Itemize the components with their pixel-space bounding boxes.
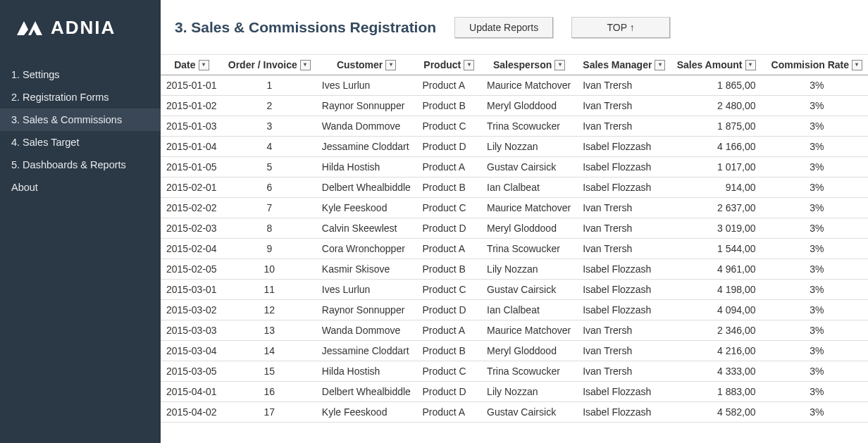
cell-customer: Ives Lurlun <box>316 280 417 300</box>
table-row[interactable]: 2015-03-0515Hilda HostishProduct CTrina … <box>161 361 868 382</box>
column-label-order: Order / Invoice <box>228 59 297 70</box>
sidebar-item-2[interactable]: 3. Sales & Commissions <box>0 108 161 131</box>
cell-amount: 3 019,00 <box>671 218 766 239</box>
table-body: 2015-01-011Ives LurlunProduct AMaurice M… <box>161 75 868 423</box>
table-row[interactable]: 2015-01-055Hilda HostishProduct AGustav … <box>161 157 868 177</box>
filter-dropdown-icon[interactable]: ▾ <box>464 60 474 70</box>
cell-salesperson: Trina Scowucker <box>481 116 577 137</box>
cell-date: 2015-03-02 <box>161 300 223 320</box>
filter-dropdown-icon[interactable]: ▾ <box>199 60 209 70</box>
cell-order: 13 <box>223 320 316 341</box>
cell-rate: 3% <box>766 96 869 116</box>
table-row[interactable]: 2015-04-0116Delbert WhealbiddleProduct D… <box>161 382 868 402</box>
cell-amount: 4 216,00 <box>671 341 766 361</box>
topbar: 3. Sales & Commissions Registration Upda… <box>161 0 868 55</box>
sidebar-item-0[interactable]: 1. Settings <box>0 63 161 86</box>
column-label-customer: Customer <box>337 59 383 70</box>
cell-date: 2015-03-01 <box>161 280 223 300</box>
cell-amount: 4 961,00 <box>671 259 766 280</box>
cell-customer: Delbert Whealbiddle <box>316 177 417 198</box>
cell-order: 4 <box>223 137 316 157</box>
update-reports-button[interactable]: Update Reports <box>454 17 553 38</box>
cell-order: 1 <box>223 75 316 96</box>
table-row[interactable]: 2015-02-049Cora WronchopperProduct ATrin… <box>161 239 868 259</box>
cell-product: Product A <box>416 239 481 259</box>
table-row[interactable]: 2015-02-016Delbert WhealbiddleProduct BI… <box>161 177 868 198</box>
table-row[interactable]: 2015-03-0313Wanda DommoveProduct AMauric… <box>161 320 868 341</box>
cell-rate: 3% <box>766 320 869 341</box>
table-row[interactable]: 2015-02-027Kyle FeeskoodProduct CMaurice… <box>161 198 868 218</box>
sidebar-item-1[interactable]: 2. Registration Forms <box>0 86 161 108</box>
cell-order: 3 <box>223 116 316 137</box>
cell-salesperson: Meryl Gloddood <box>481 341 577 361</box>
cell-amount: 4 582,00 <box>671 402 766 423</box>
cell-salesperson: Meryl Gloddood <box>481 96 577 116</box>
filter-dropdown-icon[interactable]: ▾ <box>852 60 862 70</box>
column-header-product: Product▾ <box>416 55 481 75</box>
sidebar-item-4[interactable]: 5. Dashboards & Reports <box>0 154 161 176</box>
cell-salesperson: Lily Nozzan <box>481 259 577 280</box>
cell-rate: 3% <box>766 382 869 402</box>
cell-manager: Ivan Trersh <box>577 96 671 116</box>
cell-product: Product C <box>416 116 481 137</box>
cell-customer: Kyle Feeskood <box>316 402 417 423</box>
top-button[interactable]: TOP ↑ <box>571 17 670 38</box>
cell-customer: Hilda Hostish <box>316 157 417 177</box>
cell-order: 14 <box>223 341 316 361</box>
sidebar-item-5[interactable]: About <box>0 176 161 199</box>
table-row[interactable]: 2015-01-011Ives LurlunProduct AMaurice M… <box>161 75 868 96</box>
cell-order: 16 <box>223 382 316 402</box>
table-row[interactable]: 2015-04-0217Kyle FeeskoodProduct AGustav… <box>161 402 868 423</box>
sidebar-item-3[interactable]: 4. Sales Target <box>0 131 161 154</box>
cell-manager: Ivan Trersh <box>577 361 671 382</box>
filter-dropdown-icon[interactable]: ▾ <box>655 60 665 70</box>
filter-dropdown-icon[interactable]: ▾ <box>300 60 311 70</box>
cell-customer: Jessamine Cloddart <box>316 137 417 157</box>
cell-date: 2015-01-01 <box>161 75 223 96</box>
table-scroll[interactable]: Date▾Order / Invoice▾Customer▾Product▾Sa… <box>161 55 868 443</box>
table-row[interactable]: 2015-03-0414Jessamine CloddartProduct BM… <box>161 341 868 361</box>
table-row[interactable]: 2015-01-044Jessamine CloddartProduct DLi… <box>161 137 868 157</box>
cell-manager: Isabel Flozzash <box>577 300 671 320</box>
table-row[interactable]: 2015-02-0510Kasmir SkisoveProduct BLily … <box>161 259 868 280</box>
cell-manager: Ivan Trersh <box>577 198 671 218</box>
cell-order: 5 <box>223 157 316 177</box>
filter-dropdown-icon[interactable]: ▾ <box>385 60 396 70</box>
cell-customer: Raynor Sonnupper <box>316 300 417 320</box>
table-row[interactable]: 2015-02-038Calvin SkeewlestProduct DMery… <box>161 218 868 239</box>
cell-order: 9 <box>223 239 316 259</box>
column-label-manager: Sales Manager <box>583 59 652 70</box>
cell-product: Product C <box>416 361 481 382</box>
main-area: 3. Sales & Commissions Registration Upda… <box>161 0 868 443</box>
cell-date: 2015-04-02 <box>161 402 223 423</box>
cell-order: 11 <box>223 280 316 300</box>
table-row[interactable]: 2015-03-0111Ives LurlunProduct CGustav C… <box>161 280 868 300</box>
cell-manager: Ivan Trersh <box>577 341 671 361</box>
column-label-amount: Sales Amount <box>677 59 743 70</box>
column-header-customer: Customer▾ <box>316 55 417 75</box>
table-row[interactable]: 2015-01-022Raynor SonnupperProduct BMery… <box>161 96 868 116</box>
filter-dropdown-icon[interactable]: ▾ <box>554 60 565 70</box>
table-row[interactable]: 2015-01-033Wanda DommoveProduct CTrina S… <box>161 116 868 137</box>
cell-salesperson: Gustav Cairsick <box>481 402 577 423</box>
cell-product: Product D <box>416 137 481 157</box>
filter-dropdown-icon[interactable]: ▾ <box>745 60 756 70</box>
column-header-manager: Sales Manager▾ <box>577 55 671 75</box>
cell-rate: 3% <box>766 177 869 198</box>
cell-manager: Isabel Flozzash <box>577 157 671 177</box>
cell-rate: 3% <box>766 239 869 259</box>
table-row[interactable]: 2015-03-0212Raynor SonnupperProduct DIan… <box>161 300 868 320</box>
column-header-date: Date▾ <box>161 55 223 75</box>
cell-rate: 3% <box>766 361 869 382</box>
cell-customer: Raynor Sonnupper <box>316 96 417 116</box>
cell-amount: 2 637,00 <box>671 198 766 218</box>
cell-salesperson: Meryl Gloddood <box>481 218 577 239</box>
cell-product: Product A <box>416 402 481 423</box>
cell-customer: Calvin Skeewlest <box>316 218 417 239</box>
cell-salesperson: Ian Clalbeat <box>481 177 577 198</box>
cell-date: 2015-03-05 <box>161 361 223 382</box>
cell-rate: 3% <box>766 259 869 280</box>
cell-customer: Wanda Dommove <box>316 320 417 341</box>
cell-amount: 2 480,00 <box>671 96 766 116</box>
cell-manager: Ivan Trersh <box>577 239 671 259</box>
